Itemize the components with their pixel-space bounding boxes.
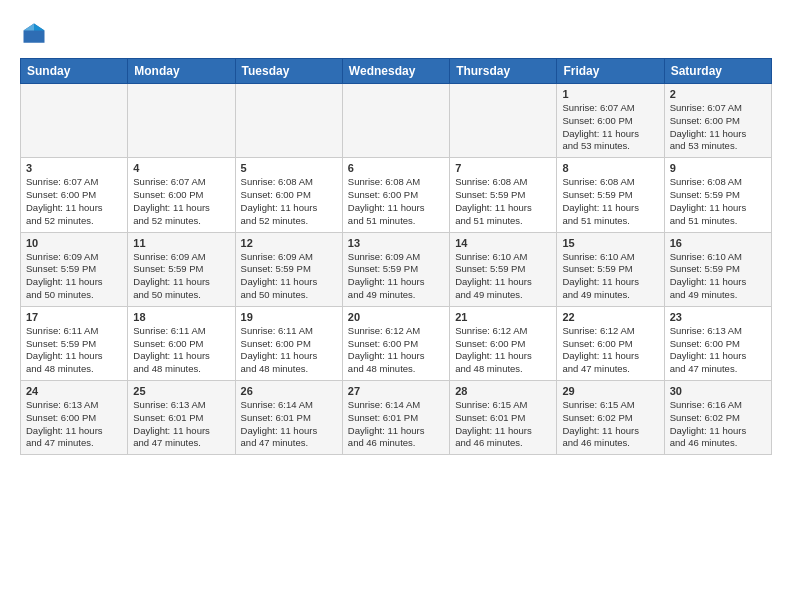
svg-marker-1 bbox=[34, 24, 45, 31]
weekday-header-tuesday: Tuesday bbox=[235, 59, 342, 84]
day-number: 15 bbox=[562, 237, 658, 249]
day-number: 30 bbox=[670, 385, 766, 397]
day-number: 14 bbox=[455, 237, 551, 249]
day-info: Sunrise: 6:07 AM Sunset: 6:00 PM Dayligh… bbox=[562, 102, 658, 153]
calendar-cell: 29Sunrise: 6:15 AM Sunset: 6:02 PM Dayli… bbox=[557, 381, 664, 455]
weekday-header-saturday: Saturday bbox=[664, 59, 771, 84]
calendar-cell: 4Sunrise: 6:07 AM Sunset: 6:00 PM Daylig… bbox=[128, 158, 235, 232]
day-info: Sunrise: 6:08 AM Sunset: 6:00 PM Dayligh… bbox=[241, 176, 337, 227]
day-info: Sunrise: 6:08 AM Sunset: 6:00 PM Dayligh… bbox=[348, 176, 444, 227]
calendar-cell: 8Sunrise: 6:08 AM Sunset: 5:59 PM Daylig… bbox=[557, 158, 664, 232]
calendar: SundayMondayTuesdayWednesdayThursdayFrid… bbox=[20, 58, 772, 455]
day-info: Sunrise: 6:14 AM Sunset: 6:01 PM Dayligh… bbox=[241, 399, 337, 450]
day-number: 11 bbox=[133, 237, 229, 249]
day-number: 22 bbox=[562, 311, 658, 323]
day-number: 18 bbox=[133, 311, 229, 323]
svg-marker-2 bbox=[24, 24, 35, 31]
calendar-cell: 30Sunrise: 6:16 AM Sunset: 6:02 PM Dayli… bbox=[664, 381, 771, 455]
weekday-header-wednesday: Wednesday bbox=[342, 59, 449, 84]
day-number: 4 bbox=[133, 162, 229, 174]
day-number: 7 bbox=[455, 162, 551, 174]
calendar-cell: 28Sunrise: 6:15 AM Sunset: 6:01 PM Dayli… bbox=[450, 381, 557, 455]
day-number: 28 bbox=[455, 385, 551, 397]
calendar-cell: 21Sunrise: 6:12 AM Sunset: 6:00 PM Dayli… bbox=[450, 306, 557, 380]
calendar-cell: 18Sunrise: 6:11 AM Sunset: 6:00 PM Dayli… bbox=[128, 306, 235, 380]
day-number: 10 bbox=[26, 237, 122, 249]
day-info: Sunrise: 6:07 AM Sunset: 6:00 PM Dayligh… bbox=[133, 176, 229, 227]
calendar-cell: 23Sunrise: 6:13 AM Sunset: 6:00 PM Dayli… bbox=[664, 306, 771, 380]
day-number: 12 bbox=[241, 237, 337, 249]
weekday-row: SundayMondayTuesdayWednesdayThursdayFrid… bbox=[21, 59, 772, 84]
day-info: Sunrise: 6:08 AM Sunset: 5:59 PM Dayligh… bbox=[455, 176, 551, 227]
calendar-cell bbox=[128, 84, 235, 158]
page: SundayMondayTuesdayWednesdayThursdayFrid… bbox=[0, 0, 792, 471]
day-info: Sunrise: 6:09 AM Sunset: 5:59 PM Dayligh… bbox=[241, 251, 337, 302]
day-info: Sunrise: 6:12 AM Sunset: 6:00 PM Dayligh… bbox=[455, 325, 551, 376]
day-number: 25 bbox=[133, 385, 229, 397]
day-number: 9 bbox=[670, 162, 766, 174]
calendar-cell: 15Sunrise: 6:10 AM Sunset: 5:59 PM Dayli… bbox=[557, 232, 664, 306]
calendar-cell bbox=[450, 84, 557, 158]
calendar-cell: 2Sunrise: 6:07 AM Sunset: 6:00 PM Daylig… bbox=[664, 84, 771, 158]
day-number: 27 bbox=[348, 385, 444, 397]
calendar-cell: 12Sunrise: 6:09 AM Sunset: 5:59 PM Dayli… bbox=[235, 232, 342, 306]
day-number: 16 bbox=[670, 237, 766, 249]
calendar-cell: 13Sunrise: 6:09 AM Sunset: 5:59 PM Dayli… bbox=[342, 232, 449, 306]
calendar-cell: 6Sunrise: 6:08 AM Sunset: 6:00 PM Daylig… bbox=[342, 158, 449, 232]
calendar-cell: 5Sunrise: 6:08 AM Sunset: 6:00 PM Daylig… bbox=[235, 158, 342, 232]
day-info: Sunrise: 6:08 AM Sunset: 5:59 PM Dayligh… bbox=[670, 176, 766, 227]
calendar-cell bbox=[342, 84, 449, 158]
day-info: Sunrise: 6:15 AM Sunset: 6:02 PM Dayligh… bbox=[562, 399, 658, 450]
day-number: 3 bbox=[26, 162, 122, 174]
day-info: Sunrise: 6:10 AM Sunset: 5:59 PM Dayligh… bbox=[455, 251, 551, 302]
day-info: Sunrise: 6:13 AM Sunset: 6:00 PM Dayligh… bbox=[670, 325, 766, 376]
day-number: 23 bbox=[670, 311, 766, 323]
calendar-cell: 19Sunrise: 6:11 AM Sunset: 6:00 PM Dayli… bbox=[235, 306, 342, 380]
calendar-cell: 14Sunrise: 6:10 AM Sunset: 5:59 PM Dayli… bbox=[450, 232, 557, 306]
weekday-header-friday: Friday bbox=[557, 59, 664, 84]
weekday-header-sunday: Sunday bbox=[21, 59, 128, 84]
day-info: Sunrise: 6:16 AM Sunset: 6:02 PM Dayligh… bbox=[670, 399, 766, 450]
day-info: Sunrise: 6:10 AM Sunset: 5:59 PM Dayligh… bbox=[562, 251, 658, 302]
day-number: 13 bbox=[348, 237, 444, 249]
day-info: Sunrise: 6:07 AM Sunset: 6:00 PM Dayligh… bbox=[26, 176, 122, 227]
calendar-cell bbox=[21, 84, 128, 158]
day-number: 6 bbox=[348, 162, 444, 174]
day-info: Sunrise: 6:07 AM Sunset: 6:00 PM Dayligh… bbox=[670, 102, 766, 153]
calendar-cell: 22Sunrise: 6:12 AM Sunset: 6:00 PM Dayli… bbox=[557, 306, 664, 380]
day-info: Sunrise: 6:08 AM Sunset: 5:59 PM Dayligh… bbox=[562, 176, 658, 227]
calendar-cell: 26Sunrise: 6:14 AM Sunset: 6:01 PM Dayli… bbox=[235, 381, 342, 455]
calendar-cell: 9Sunrise: 6:08 AM Sunset: 5:59 PM Daylig… bbox=[664, 158, 771, 232]
logo-icon bbox=[20, 20, 48, 48]
day-number: 8 bbox=[562, 162, 658, 174]
week-row-2: 3Sunrise: 6:07 AM Sunset: 6:00 PM Daylig… bbox=[21, 158, 772, 232]
calendar-header: SundayMondayTuesdayWednesdayThursdayFrid… bbox=[21, 59, 772, 84]
weekday-header-thursday: Thursday bbox=[450, 59, 557, 84]
day-info: Sunrise: 6:09 AM Sunset: 5:59 PM Dayligh… bbox=[133, 251, 229, 302]
calendar-body: 1Sunrise: 6:07 AM Sunset: 6:00 PM Daylig… bbox=[21, 84, 772, 455]
day-number: 5 bbox=[241, 162, 337, 174]
calendar-cell: 10Sunrise: 6:09 AM Sunset: 5:59 PM Dayli… bbox=[21, 232, 128, 306]
calendar-cell: 16Sunrise: 6:10 AM Sunset: 5:59 PM Dayli… bbox=[664, 232, 771, 306]
week-row-5: 24Sunrise: 6:13 AM Sunset: 6:00 PM Dayli… bbox=[21, 381, 772, 455]
calendar-cell: 20Sunrise: 6:12 AM Sunset: 6:00 PM Dayli… bbox=[342, 306, 449, 380]
weekday-header-monday: Monday bbox=[128, 59, 235, 84]
calendar-cell: 7Sunrise: 6:08 AM Sunset: 5:59 PM Daylig… bbox=[450, 158, 557, 232]
day-info: Sunrise: 6:11 AM Sunset: 5:59 PM Dayligh… bbox=[26, 325, 122, 376]
day-number: 19 bbox=[241, 311, 337, 323]
day-info: Sunrise: 6:14 AM Sunset: 6:01 PM Dayligh… bbox=[348, 399, 444, 450]
day-number: 26 bbox=[241, 385, 337, 397]
calendar-cell: 11Sunrise: 6:09 AM Sunset: 5:59 PM Dayli… bbox=[128, 232, 235, 306]
week-row-3: 10Sunrise: 6:09 AM Sunset: 5:59 PM Dayli… bbox=[21, 232, 772, 306]
logo bbox=[20, 20, 52, 48]
day-info: Sunrise: 6:10 AM Sunset: 5:59 PM Dayligh… bbox=[670, 251, 766, 302]
day-info: Sunrise: 6:09 AM Sunset: 5:59 PM Dayligh… bbox=[348, 251, 444, 302]
calendar-cell: 25Sunrise: 6:13 AM Sunset: 6:01 PM Dayli… bbox=[128, 381, 235, 455]
week-row-1: 1Sunrise: 6:07 AM Sunset: 6:00 PM Daylig… bbox=[21, 84, 772, 158]
day-info: Sunrise: 6:11 AM Sunset: 6:00 PM Dayligh… bbox=[241, 325, 337, 376]
calendar-cell: 24Sunrise: 6:13 AM Sunset: 6:00 PM Dayli… bbox=[21, 381, 128, 455]
day-info: Sunrise: 6:11 AM Sunset: 6:00 PM Dayligh… bbox=[133, 325, 229, 376]
day-info: Sunrise: 6:13 AM Sunset: 6:01 PM Dayligh… bbox=[133, 399, 229, 450]
day-info: Sunrise: 6:13 AM Sunset: 6:00 PM Dayligh… bbox=[26, 399, 122, 450]
day-number: 21 bbox=[455, 311, 551, 323]
